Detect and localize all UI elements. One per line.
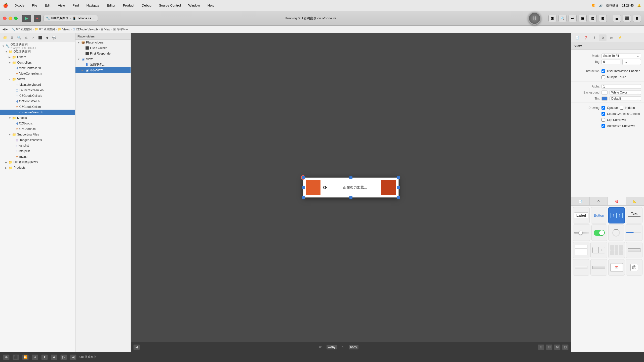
resize-handle-tc[interactable] bbox=[349, 176, 352, 179]
lib-widget-label[interactable]: Label bbox=[573, 207, 590, 223]
breakpoint-button[interactable]: ◆ bbox=[51, 354, 57, 360]
autoresize-checkbox[interactable] bbox=[601, 124, 605, 128]
breadcrumb-project[interactable]: 001团购案例 bbox=[16, 27, 32, 31]
assistant-editor-button[interactable]: ⊡ bbox=[589, 15, 597, 22]
background-dropdown[interactable]: White Color ⌄ bbox=[610, 90, 641, 95]
menu-debug[interactable]: Debug bbox=[140, 3, 153, 8]
notification-icon[interactable]: 🔔 bbox=[637, 4, 641, 7]
utilities-toggle-button[interactable]: ⊟ bbox=[633, 15, 641, 22]
menu-product[interactable]: Product bbox=[122, 3, 136, 8]
filter-button[interactable]: ⬛ bbox=[13, 354, 19, 360]
step-into-button[interactable]: ⬇ bbox=[32, 354, 38, 360]
hidden-checkbox[interactable] bbox=[620, 106, 623, 110]
apple-menu[interactable]: 🍎 bbox=[3, 3, 8, 8]
group-models[interactable]: ▼ 📁 Models bbox=[0, 115, 75, 121]
group-supporting[interactable]: ▼ 📁 Supporting Files bbox=[0, 132, 75, 137]
navigator-toggle-button[interactable]: ☰ bbox=[613, 15, 621, 22]
debug-navigator-button[interactable]: ⬛ bbox=[37, 35, 43, 40]
lib-widget-slider[interactable] bbox=[573, 224, 590, 241]
tint-dropdown[interactable]: Default ⌄ bbox=[610, 96, 641, 101]
file-tgsplist[interactable]: ▶ ≡ tgs.plist bbox=[0, 143, 75, 148]
lib-widget-collectionview[interactable] bbox=[608, 242, 625, 258]
lib-widget-segment[interactable]: 1 2 bbox=[608, 207, 625, 223]
file-czgoodscellh[interactable]: ▶ H CZGoodsCell.h bbox=[0, 99, 75, 104]
lib-widget-toggle[interactable] bbox=[591, 224, 607, 241]
file-czgoodsh[interactable]: ▶ H CZGoods.h bbox=[0, 121, 75, 126]
menu-source-control[interactable]: Source Control bbox=[157, 3, 182, 8]
resize-handle-mr[interactable] bbox=[397, 186, 400, 189]
breadcrumb-subview[interactable]: 等待View bbox=[117, 27, 128, 31]
breadcrumb-views[interactable]: Views bbox=[62, 28, 70, 31]
scene-waiting-view[interactable]: ▶ ▣ 等待View bbox=[75, 67, 131, 73]
file-czgoodscellm[interactable]: ▶ M CZGoodsCell.m bbox=[0, 104, 75, 110]
location-button[interactable]: ▷ bbox=[60, 354, 67, 360]
menu-find[interactable]: Find bbox=[71, 3, 80, 8]
view-navigator-button[interactable]: ⊞ bbox=[548, 15, 556, 22]
breadcrumb-xib[interactable]: CZFooterView.xib bbox=[76, 28, 98, 31]
scheme-selector[interactable]: 🔧 001团购案例 › 📱 iPhone 4s ⌄ bbox=[43, 15, 98, 21]
group-products[interactable]: ▶ 📁 Products bbox=[0, 165, 75, 170]
quick-help-tab[interactable]: ❓ bbox=[582, 34, 589, 41]
back-scene-button[interactable]: ◀ bbox=[133, 344, 140, 350]
run-button[interactable]: ▶ bbox=[22, 15, 31, 22]
lib-widget-stepper[interactable]: − + bbox=[590, 242, 607, 258]
size-class-h-value[interactable]: hAny bbox=[349, 345, 358, 349]
project-root[interactable]: ▼ 🔧 001团购案例 2 targets, iOS SDK 8.1 bbox=[0, 43, 75, 49]
layout-btn-1[interactable]: ⊞ bbox=[538, 344, 544, 350]
file-viewcontrollerh[interactable]: ▶ H ViewController.h bbox=[0, 65, 75, 71]
clip-checkbox[interactable] bbox=[601, 118, 605, 122]
file-czgoodsm[interactable]: ▶ M CZGoods.m bbox=[0, 126, 75, 132]
find-navigator-button[interactable]: 🔍 bbox=[16, 35, 22, 40]
identity-inspector-tab[interactable]: ⬇ bbox=[590, 34, 598, 41]
scene-view-root[interactable]: ▼ ▣ View bbox=[75, 56, 131, 62]
file-xcassets[interactable]: ▶ ⊞ Images.xcassets bbox=[0, 137, 75, 143]
close-button[interactable] bbox=[3, 17, 7, 20]
file-mainm[interactable]: ▶ M main.m bbox=[0, 154, 75, 159]
resize-handle-tr[interactable] bbox=[397, 176, 400, 179]
lib-widget-at[interactable]: @ bbox=[626, 259, 642, 276]
nav-back-button[interactable]: ◀ bbox=[3, 28, 5, 31]
scene-first-responder[interactable]: ▶ ⬛ First Responder bbox=[75, 51, 131, 56]
breadcrumb-view[interactable]: View bbox=[104, 28, 110, 31]
layout-btn-4[interactable]: ◻ bbox=[562, 344, 569, 350]
lib-widget-toolbar[interactable] bbox=[626, 242, 642, 258]
resize-handle-bl[interactable] bbox=[302, 196, 305, 199]
breakpoint-navigator-button[interactable]: ◆ bbox=[44, 35, 50, 40]
menu-xcode[interactable]: Xcode bbox=[14, 3, 26, 8]
alpha-input[interactable] bbox=[601, 84, 641, 89]
menu-navigate[interactable]: Navigate bbox=[85, 3, 101, 8]
version-editor-button[interactable]: ⊞ bbox=[599, 15, 607, 22]
lib-tab-media[interactable]: 📐 bbox=[626, 197, 644, 205]
opaque-checkbox[interactable] bbox=[601, 106, 605, 110]
user-interaction-checkbox[interactable] bbox=[601, 69, 605, 73]
background-swatch[interactable] bbox=[601, 90, 608, 95]
simulate-button[interactable]: ◀ bbox=[70, 354, 76, 360]
view-preview[interactable]: ✕ ⟳ 正在努力加载... bbox=[303, 177, 399, 198]
breadcrumb-group[interactable]: 001团购案例 bbox=[39, 27, 55, 31]
lib-widget-progress[interactable] bbox=[625, 224, 642, 241]
menu-window[interactable]: Window bbox=[187, 3, 202, 8]
tint-swatch[interactable] bbox=[601, 97, 608, 101]
file-inspector-tab[interactable]: 📄 bbox=[573, 34, 581, 41]
log-navigator-button[interactable]: 💬 bbox=[51, 35, 57, 40]
editor-layout-button[interactable]: ▣ bbox=[579, 15, 587, 22]
file-viewcontrollerm[interactable]: ▶ M ViewController.m bbox=[0, 71, 75, 76]
stop-button[interactable]: ■ bbox=[34, 15, 41, 22]
symbol-navigator-button[interactable]: ⊞ bbox=[9, 35, 15, 40]
menu-help[interactable]: Help bbox=[206, 3, 216, 8]
lib-widget-text[interactable]: Text bbox=[626, 207, 642, 223]
group-views[interactable]: ▼ 📁 Views bbox=[0, 76, 75, 82]
minimize-button[interactable] bbox=[9, 17, 12, 20]
file-navigator-button[interactable]: 📁 bbox=[2, 35, 8, 40]
lib-widget-navbar[interactable] bbox=[573, 259, 589, 276]
menu-view[interactable]: View bbox=[56, 3, 66, 8]
group-main[interactable]: ▼ 📁 001团购案例 bbox=[0, 49, 75, 54]
group-others[interactable]: ▶ 📁 Others bbox=[0, 54, 75, 60]
file-czfooterviewxib[interactable]: ▶ ◻ CZFooterView.xib bbox=[0, 110, 75, 115]
scene-button[interactable]: ▶ B 加载更多... bbox=[75, 62, 131, 67]
file-infoplist[interactable]: ▶ ≡ Info.plist bbox=[0, 148, 75, 154]
menu-edit[interactable]: Edit bbox=[43, 3, 52, 8]
lib-tab-code[interactable]: {} bbox=[590, 197, 608, 205]
attributes-inspector-tab[interactable]: ⚙ bbox=[599, 34, 607, 41]
step-over-button[interactable]: ⏩ bbox=[22, 354, 29, 360]
